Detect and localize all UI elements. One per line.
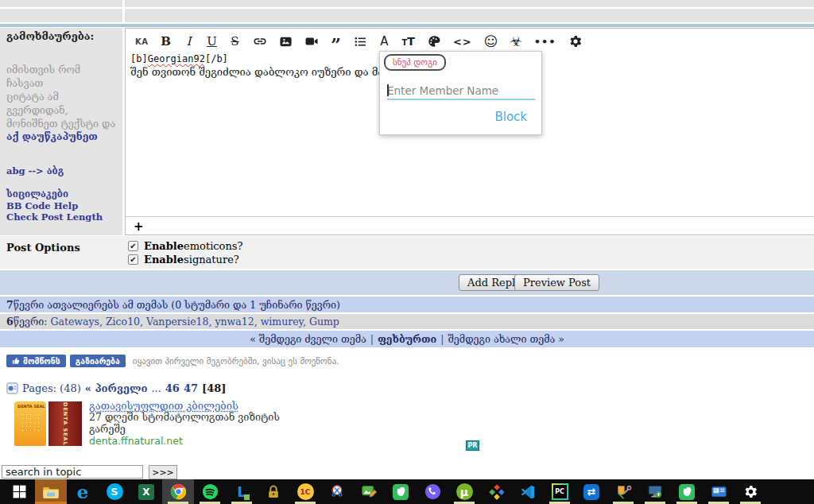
taskbar-icon-lync[interactable]: L	[226, 479, 258, 504]
font-size-button[interactable]: TT	[402, 35, 415, 48]
taskbar-icon-utorrent[interactable]: µ	[448, 479, 480, 504]
display-settings-icon	[711, 483, 727, 500]
taskbar-icon-evernote[interactable]	[385, 479, 417, 504]
page-47-link[interactable]: 47	[184, 382, 198, 394]
search-topic-input[interactable]	[2, 465, 143, 479]
first-page-link[interactable]: « პირველი	[85, 382, 148, 394]
code-button[interactable]: <>	[453, 36, 472, 48]
current-page: [48]	[202, 382, 226, 394]
quoted-username: Georgian92	[148, 53, 205, 64]
taskbar-icon-toolbox[interactable]	[607, 479, 639, 504]
edge-logo-icon: e	[77, 481, 89, 502]
taskbar-icon-pycharm[interactable]: PC	[544, 479, 576, 504]
taskbar-icon-display-settings[interactable]	[703, 479, 735, 504]
hint-line: იმისთვის რომ ჩასვათ	[6, 64, 116, 91]
taskbar-icon-start[interactable]	[3, 479, 35, 504]
enable-emoticons-option[interactable]: Enable emoticons?	[128, 239, 242, 253]
special-bbcode-button[interactable]: ☣	[510, 33, 521, 49]
emoticons-checkbox[interactable]	[128, 241, 138, 251]
quote-button[interactable]: ”	[331, 34, 342, 48]
member-link[interactable]: Gump	[309, 316, 339, 328]
taskbar-icon-excel[interactable]: X	[130, 479, 162, 504]
post-options-title: Post Options	[6, 242, 80, 254]
check-post-length-link[interactable]: Check Post Length	[6, 211, 116, 223]
pages-icon	[6, 382, 18, 394]
ad-url-link[interactable]: denta.ffnatural.net	[89, 436, 280, 448]
member-link[interactable]: Gateways,	[50, 316, 102, 328]
fb-share-button[interactable]: გაზიარება	[70, 355, 126, 367]
thumbs-up-icon	[12, 357, 20, 365]
font-color-button[interactable]: A	[379, 34, 390, 48]
taskbar-icon-evernote-2[interactable]	[671, 479, 703, 504]
taskbar-icon-photo-editor[interactable]	[353, 479, 385, 504]
pagination: Pages: (48) « პირველი ... 46 47 [48]	[6, 382, 226, 394]
vscode-logo-icon	[520, 484, 536, 500]
taskbar-icon-file-explorer[interactable]	[35, 479, 67, 504]
bbcode-help-link[interactable]: BB Code Help	[6, 200, 116, 211]
taskbar-icon-skype[interactable]: S	[99, 479, 130, 504]
preview-post-button[interactable]: Preview Post	[514, 274, 599, 291]
ad-image[interactable]: DENTA SEAL DENTA SEAL	[14, 401, 84, 446]
editor-settings-icon[interactable]	[568, 34, 583, 48]
enable-signature-option[interactable]: Enable signature?	[128, 253, 242, 266]
quote-hint: იმისთვის რომ ჩასვათ ციტატა ამ გვერდიდან,…	[6, 64, 116, 144]
toolbox-icon	[615, 483, 632, 500]
more-options-button[interactable]: •••	[534, 36, 556, 48]
strikethrough-button[interactable]: S	[230, 34, 241, 48]
insert-video-icon[interactable]	[304, 34, 319, 48]
taskbar-icon-padlock[interactable]	[258, 479, 289, 504]
next-topic-link[interactable]: შემდეგი ახალი თემა »	[448, 333, 564, 345]
prev-topic-link[interactable]: « შემდეგი ძველი თემა	[250, 333, 366, 345]
keyboard-lang-button[interactable]: KA	[135, 37, 149, 46]
taskbar-icons: eSXL1СµPC⇄	[3, 479, 766, 504]
padlock-icon	[266, 484, 281, 500]
facebook-widget: მომწონს გაზიარება იყავით პირველი მეგობრე…	[6, 355, 339, 367]
signature-checkbox[interactable]	[128, 254, 138, 265]
member-link[interactable]: wimurey,	[261, 316, 306, 328]
taskbar-icon-picture-manager[interactable]	[480, 479, 512, 504]
taskbar-icon-viber[interactable]	[417, 479, 448, 504]
member-link[interactable]: ynwa12,	[215, 316, 257, 328]
bold-button[interactable]: B	[161, 34, 172, 48]
ad-title-link[interactable]: გათავისუფლდით კბილების	[89, 400, 280, 412]
text-cursor	[387, 84, 389, 96]
emoticon-button[interactable]: ☺	[484, 33, 498, 49]
taskbar-icon-1c[interactable]: 1С	[289, 479, 321, 504]
taskbar: eSXL1СµPC⇄	[0, 479, 814, 504]
gear-icon	[743, 484, 758, 499]
link-icon[interactable]	[253, 34, 267, 48]
search-topic-button[interactable]: >>>	[149, 465, 177, 479]
member-link[interactable]: Vanpersie18,	[146, 316, 211, 328]
taskbar-icon-teamviewer[interactable]: ⇄	[576, 479, 607, 504]
taskbar-icon-remote-desktop[interactable]	[639, 479, 671, 504]
page-46-link[interactable]: 46	[165, 382, 180, 394]
ad-text: გათავისუფლდით კბილების 27 დღეში სტომატოლ…	[89, 400, 280, 448]
taskbar-icon-chrome[interactable]	[162, 479, 194, 504]
block-button[interactable]: Block	[494, 110, 527, 124]
taskbar-icon-spotify[interactable]	[194, 479, 226, 504]
palette-icon[interactable]	[427, 34, 441, 48]
taskbar-icon-edge[interactable]: e	[67, 479, 99, 504]
taskbar-icon-settings-gear[interactable]	[735, 479, 766, 504]
list-icon[interactable]	[354, 35, 367, 48]
member-link[interactable]: Zico10,	[106, 316, 143, 328]
click-here-link[interactable]: აქ დაუწკაპუნეთ	[6, 130, 116, 144]
photo-editor-icon	[361, 483, 378, 500]
member-tag-chip[interactable]: სნუპ დოგი	[384, 54, 446, 71]
pr-badge[interactable]: PR	[466, 440, 479, 451]
pages-label: Pages: (48)	[22, 382, 81, 394]
member-name-input[interactable]	[387, 83, 535, 100]
taskbar-icon-snipping-tool[interactable]	[321, 479, 353, 504]
1c-logo-icon: 1С	[297, 483, 314, 500]
forum-link[interactable]: ფეხბურთი	[378, 333, 436, 345]
reply-sidebar: გამოხმაურება: იმისთვის რომ ჩასვათ ციტატა…	[0, 28, 122, 235]
italic-button[interactable]: I	[184, 34, 195, 48]
smilies-link[interactable]: სიცილაკები	[6, 188, 116, 200]
editor-footer-divider	[126, 216, 814, 217]
taskbar-icon-vscode[interactable]	[512, 479, 544, 504]
add-row-button[interactable]: +	[134, 219, 144, 234]
excel-logo-icon: X	[138, 484, 154, 500]
fb-like-button[interactable]: მომწონს	[6, 355, 66, 367]
underline-button[interactable]: U	[207, 34, 218, 48]
insert-image-icon[interactable]	[279, 35, 293, 48]
